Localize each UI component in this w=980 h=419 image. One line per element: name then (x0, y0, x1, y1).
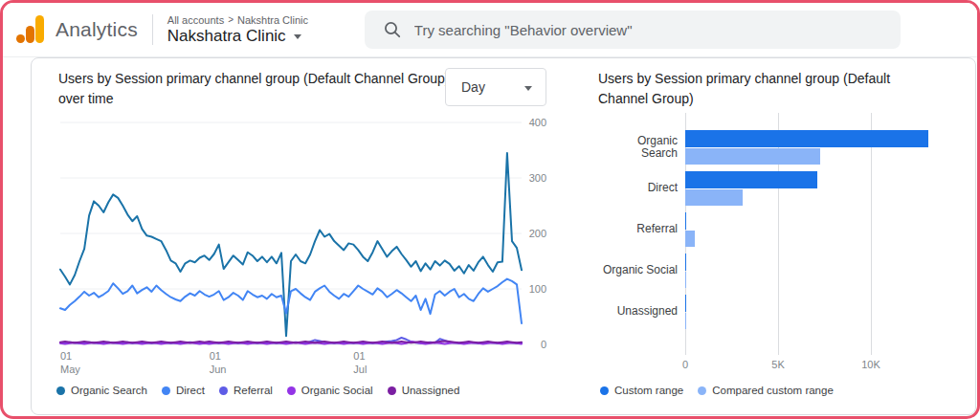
legend-label: Organic Social (301, 385, 373, 396)
chevron-down-icon (294, 34, 301, 39)
breadcrumb-account-name[interactable]: Nakshtra Clinic (237, 14, 308, 26)
x-axis-tick-label: 0 (682, 359, 688, 370)
y-axis-tick-label: 100 (529, 283, 546, 295)
reports-snapshot-card: Users by Session primary channel group (… (31, 57, 976, 415)
x-axis-tick-label: 10K (861, 359, 880, 370)
analytics-app-window: Analytics All accounts > Nakshtra Clinic… (0, 0, 980, 419)
bar-unassigned-custom-range[interactable] (685, 295, 686, 312)
account-switcher[interactable]: All accounts > Nakshtra Clinic Nakshatra… (167, 14, 328, 46)
legend-label: Direct (176, 385, 205, 396)
legend-item: Organic Search (56, 385, 147, 396)
y-axis-tick-label: 300 (529, 172, 546, 184)
x-axis-tick-label: Jun (210, 364, 227, 375)
header-divider (152, 14, 153, 45)
x-axis-tick-label: 5K (771, 359, 784, 370)
legend-dot-icon (287, 386, 296, 395)
legend-label: Unassigned (402, 385, 460, 396)
chevron-right-icon: > (228, 14, 234, 25)
y-axis-tick-label: 0 (541, 339, 546, 350)
gridline (871, 113, 872, 355)
line-chart-legend: Organic SearchDirectReferralOrganic Soci… (56, 385, 459, 396)
x-axis-tick-label: May (60, 364, 80, 375)
search-bar[interactable] (365, 11, 901, 49)
legend-dot-icon (388, 386, 396, 395)
legend-dot-icon (600, 386, 609, 395)
legend-label: Organic Search (71, 385, 147, 396)
category-label: Organic Search (598, 130, 678, 165)
granularity-value: Day (461, 79, 524, 95)
category-label: Organic Social (598, 254, 678, 288)
x-axis-tick-label: 01 (210, 350, 221, 362)
bar-referral-compared-range[interactable] (685, 231, 695, 247)
bar-chart-title: Users by Session primary channel group (… (598, 69, 939, 109)
bar-direct-compared-range[interactable] (685, 189, 743, 206)
bar-organic-social-compared-range[interactable] (685, 272, 686, 288)
top-app-bar: Analytics All accounts > Nakshtra Clinic… (3, 3, 977, 57)
legend-item: Organic Social (287, 385, 373, 396)
property-name[interactable]: Nakshatra Clinic (167, 27, 286, 46)
legend-item: Direct (162, 385, 205, 396)
x-axis-tick-label: 01 (353, 350, 365, 362)
x-axis-tick-label: Jul (353, 364, 367, 375)
y-axis-tick-label: 200 (529, 228, 546, 239)
bar-organic-search-compared-range[interactable] (685, 148, 820, 165)
line-chart-title: Users by Session primary channel group (… (58, 69, 460, 109)
google-analytics-logo-icon[interactable] (16, 15, 45, 44)
search-input[interactable] (414, 22, 887, 38)
legend-item: Custom range (600, 385, 683, 396)
breadcrumb[interactable]: All accounts > Nakshtra Clinic (167, 14, 328, 26)
bar-direct-custom-range[interactable] (685, 171, 817, 188)
category-label: Referral (598, 212, 678, 247)
chevron-down-icon (524, 86, 532, 91)
search-icon (384, 21, 401, 38)
line-series-unassigned[interactable] (60, 342, 522, 343)
breadcrumb-all-accounts[interactable]: All accounts (167, 14, 224, 26)
property-selector[interactable]: Nakshatra Clinic (167, 27, 328, 46)
line-series-direct[interactable] (60, 279, 522, 323)
legend-label: Compared custom range (712, 385, 834, 396)
legend-label: Custom range (614, 385, 683, 396)
bar-organic-social-custom-range[interactable] (685, 254, 686, 271)
line-series-organic-search[interactable] (60, 153, 522, 336)
granularity-dropdown[interactable]: Day (445, 68, 546, 106)
category-label: Direct (598, 171, 678, 206)
sessions-line-chart[interactable]: 010020030040001May01Jun01Jul (58, 113, 552, 400)
bar-organic-search-custom-range[interactable] (685, 130, 928, 147)
legend-dot-icon (698, 386, 706, 395)
x-axis-tick-label: 01 (60, 350, 72, 362)
legend-item: Unassigned (388, 385, 460, 396)
legend-dot-icon (56, 386, 65, 395)
sessions-bar-chart[interactable]: 05K10KOrganic SearchDirectReferralOrgani… (598, 113, 973, 390)
legend-dot-icon (162, 386, 170, 395)
bar-referral-custom-range[interactable] (685, 212, 686, 230)
category-label: Unassigned (598, 295, 678, 329)
legend-dot-icon (219, 386, 228, 395)
legend-item: Referral (219, 385, 273, 396)
product-name: Analytics (56, 18, 138, 41)
bar-chart-legend: Custom rangeCompared custom range (600, 385, 834, 396)
y-axis-tick-label: 400 (529, 117, 546, 128)
legend-item: Compared custom range (698, 385, 834, 396)
legend-label: Referral (234, 385, 273, 396)
bar-unassigned-compared-range[interactable] (685, 313, 686, 329)
